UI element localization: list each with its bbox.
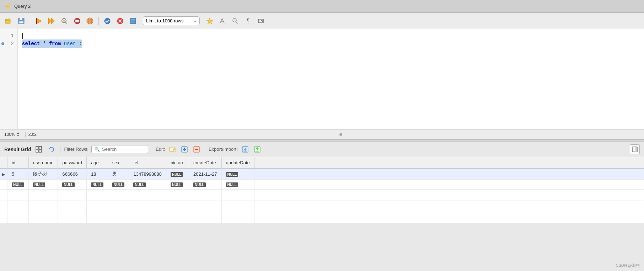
separator [60, 146, 60, 153]
filter-rows-label: Filter Rows: [64, 147, 88, 152]
limit-select[interactable]: Limit to 1000 rows ⌄ [143, 16, 200, 25]
watermark: CSDN @浪狗 [616, 263, 640, 268]
refresh-btn[interactable] [47, 144, 57, 154]
beautify-btn[interactable] [217, 15, 228, 27]
delete-row-btn[interactable] [192, 145, 201, 154]
check-btn[interactable] [102, 15, 113, 27]
result-table: id username password age sex tel picture… [0, 157, 644, 224]
edit-row-btn[interactable] [168, 145, 177, 154]
status-zoom: 100% ▲ ▼ [4, 132, 20, 137]
table-row-empty [0, 190, 644, 201]
svg-rect-29 [36, 147, 38, 149]
table-header-row: id username password age sex tel picture… [0, 157, 644, 169]
cell-createdate: 2021-11-27 [189, 169, 222, 180]
cell-updatedate: NULL [221, 169, 254, 180]
table-body: ▶ 5 段子羽 666666 18 男 13478998888 NULL 202… [0, 169, 644, 224]
panel-toggle-btn[interactable] [630, 144, 640, 154]
cell-username: NULL [28, 180, 58, 190]
col-header-username[interactable]: username [28, 157, 58, 169]
svg-rect-12 [75, 20, 79, 22]
editor-content[interactable]: select * from user ; [18, 29, 644, 129]
line-numbers: 1 2 [0, 29, 18, 129]
snippet-btn[interactable] [127, 15, 139, 27]
fullscreen-btn[interactable] [255, 15, 267, 27]
cell-password: 666666 [58, 169, 87, 180]
schema-btn[interactable] [84, 15, 96, 27]
zoom-value: 100% [4, 132, 15, 137]
cell-createdate: NULL [189, 180, 222, 190]
col-header-sex[interactable]: sex [108, 157, 129, 169]
svg-rect-3 [19, 21, 23, 23]
col-header-id[interactable]: id [7, 157, 29, 169]
limit-select-value: Limit to 1000 rows [146, 18, 184, 23]
col-header-picture[interactable]: picture [166, 157, 189, 169]
cell-picture: NULL [166, 180, 189, 190]
svg-rect-28 [258, 19, 263, 23]
result-table-container: id username password age sex tel picture… [0, 157, 644, 224]
sql-code: select * from user ; [22, 39, 82, 48]
open-file-btn[interactable] [3, 15, 14, 27]
row-arrow: ▶ [0, 169, 7, 180]
status-bar: 100% ▲ ▼ 20:2 [0, 129, 644, 139]
table-row-empty [0, 212, 644, 224]
svg-point-10 [63, 20, 65, 22]
col-header-updatedate[interactable]: updateDate [221, 157, 254, 169]
result-toolbar: Result Grid Filter Rows: 🔍 Edit: [0, 142, 644, 157]
export-btn[interactable] [241, 145, 250, 154]
grid-view-btn[interactable] [34, 144, 44, 154]
col-header-arrow [0, 157, 7, 169]
svg-line-27 [236, 22, 238, 23]
row-arrow [0, 180, 7, 190]
save-btn[interactable] [16, 15, 27, 27]
add-row-btn[interactable] [180, 145, 189, 154]
import-btn[interactable] [253, 145, 262, 154]
svg-rect-0 [5, 19, 10, 23]
result-panel: Result Grid Filter Rows: 🔍 Edit: [0, 142, 644, 224]
table-row[interactable]: NULL NULL NULL NULL NULL NULL NULL NULL … [0, 180, 644, 190]
svg-point-16 [104, 18, 110, 24]
col-header-tel[interactable]: tel [129, 157, 166, 169]
cell-age: NULL [87, 180, 108, 190]
cursor-position: 20:2 [25, 132, 39, 137]
cursor [22, 33, 23, 39]
cell-sex: NULL [108, 180, 129, 190]
svg-marker-4 [36, 18, 41, 24]
separator2 [152, 146, 152, 153]
toolbar: Limit to 1000 rows ⌄ ¶ [0, 13, 644, 29]
execute-btn[interactable] [33, 15, 44, 27]
cell-sex: 男 [108, 169, 129, 180]
svg-rect-48 [635, 147, 637, 152]
explain-btn[interactable] [59, 15, 70, 27]
table-row[interactable]: ▶ 5 段子羽 666666 18 男 13478998888 NULL 202… [0, 169, 644, 180]
stop-btn[interactable] [71, 15, 83, 27]
editor-line-1 [22, 32, 640, 40]
search-box[interactable]: 🔍 [91, 145, 148, 153]
zoom-arrows[interactable]: ▲ ▼ [17, 132, 20, 137]
title-bar: ⚡ Query 2 [0, 0, 644, 13]
execute-current-btn[interactable] [46, 15, 57, 27]
svg-rect-30 [39, 147, 42, 149]
edit-label: Edit: [156, 147, 165, 152]
col-header-createdate[interactable]: createDate [189, 157, 222, 169]
cell-id: NULL [7, 180, 29, 190]
col-header-password[interactable]: password [58, 157, 87, 169]
svg-marker-7 [51, 18, 55, 24]
toggle-pilcrow-btn[interactable]: ¶ [242, 15, 254, 27]
divider-dot [339, 133, 342, 136]
svg-marker-24 [206, 18, 213, 24]
search-replace-btn[interactable] [230, 15, 241, 27]
result-grid-title: Result Grid [4, 147, 31, 152]
title-bar-icon: ⚡ [4, 3, 11, 10]
cancel-btn[interactable] [114, 15, 126, 27]
svg-line-9 [65, 22, 67, 23]
svg-point-26 [233, 18, 236, 22]
bookmark-btn[interactable] [204, 15, 215, 27]
svg-rect-31 [36, 150, 38, 152]
cell-password: NULL [58, 180, 87, 190]
separator3 [205, 146, 205, 153]
table-row-empty [0, 201, 644, 212]
search-input[interactable] [102, 147, 145, 152]
cell-updatedate: NULL [221, 180, 254, 190]
col-header-age[interactable]: age [87, 157, 108, 169]
cell-age: 18 [87, 169, 108, 180]
